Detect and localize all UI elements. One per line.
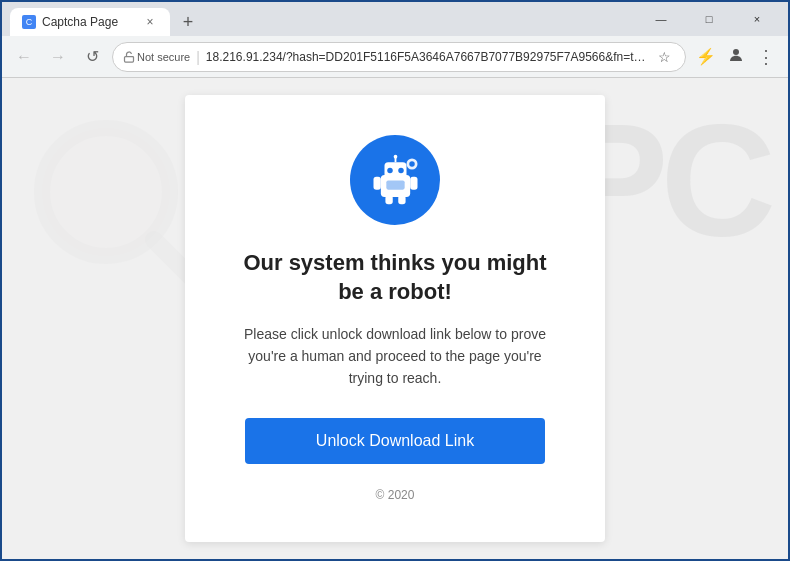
new-tab-button[interactable]: +: [174, 8, 202, 36]
insecure-indicator: Not secure: [123, 51, 190, 63]
robot-icon: [368, 153, 423, 208]
forward-icon: →: [50, 48, 66, 66]
bookmark-button[interactable]: ☆: [653, 46, 675, 68]
insecure-label: Not secure: [137, 51, 190, 63]
svg-rect-14: [386, 180, 404, 189]
tab-label: Captcha Page: [42, 15, 136, 29]
captcha-card: Our system thinks you might be a robot! …: [185, 95, 605, 541]
page-heading: Our system thinks you might be a robot!: [235, 249, 555, 306]
title-bar: C Captcha Page × + — □ ×: [2, 2, 788, 36]
nav-right-icons: ⚡ ⋮: [692, 43, 780, 71]
tab-favicon: C: [22, 15, 36, 29]
unlock-download-button[interactable]: Unlock Download Link: [245, 418, 545, 464]
svg-point-7: [398, 167, 404, 173]
account-button[interactable]: [722, 43, 750, 71]
copyright-text: © 2020: [235, 488, 555, 502]
maximize-button[interactable]: □: [686, 2, 732, 36]
tab-strip: C Captcha Page × +: [10, 2, 634, 36]
menu-icon: ⋮: [757, 46, 775, 68]
svg-rect-11: [410, 177, 417, 190]
svg-rect-12: [385, 195, 392, 204]
extension-icon: ⚡: [696, 47, 716, 66]
nav-bar: ← → ↺ Not secure | 18.216.91.234/?hash=D…: [2, 36, 788, 78]
window-controls: — □ ×: [638, 2, 780, 36]
svg-point-1: [733, 49, 739, 55]
active-tab[interactable]: C Captcha Page ×: [10, 8, 170, 36]
forward-button[interactable]: →: [44, 43, 72, 71]
back-button[interactable]: ←: [10, 43, 38, 71]
url-separator: |: [196, 49, 200, 65]
tab-close-button[interactable]: ×: [142, 14, 158, 30]
account-icon: [727, 46, 745, 68]
close-window-button[interactable]: ×: [734, 2, 780, 36]
svg-rect-10: [373, 177, 380, 190]
svg-rect-13: [398, 195, 405, 204]
svg-point-9: [393, 155, 397, 159]
svg-point-16: [409, 161, 415, 167]
address-bar[interactable]: Not secure | 18.216.91.234/?hash=DD201F5…: [112, 42, 686, 72]
url-display: 18.216.91.234/?hash=DD201F5116F5A3646A76…: [206, 50, 647, 64]
page-description: Please click unlock download link below …: [235, 323, 555, 390]
page-content: PC rish.com: [2, 78, 788, 559]
minimize-button[interactable]: —: [638, 2, 684, 36]
refresh-icon: ↺: [86, 47, 99, 66]
back-icon: ←: [16, 48, 32, 66]
menu-button[interactable]: ⋮: [752, 43, 780, 71]
refresh-button[interactable]: ↺: [78, 43, 106, 71]
address-actions: ☆: [653, 46, 675, 68]
svg-point-2: [42, 128, 170, 256]
svg-point-6: [387, 167, 393, 173]
svg-rect-0: [125, 56, 134, 62]
extensions-button[interactable]: ⚡: [692, 43, 720, 71]
browser-window: C Captcha Page × + — □ × ← → ↺: [0, 0, 790, 561]
bookmark-icon: ☆: [658, 49, 671, 65]
robot-icon-circle: [350, 135, 440, 225]
